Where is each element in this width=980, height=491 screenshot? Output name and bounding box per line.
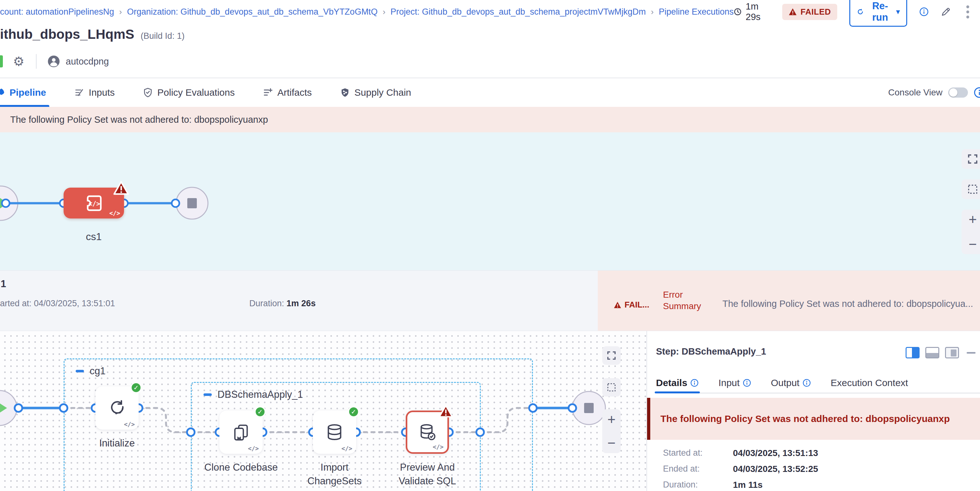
fullscreen-button[interactable] [602, 346, 621, 365]
code-icon: </> [248, 445, 259, 452]
gear-icon[interactable]: ⚙ [13, 54, 24, 69]
supply-chain-shield-icon [340, 87, 350, 98]
step-error-message: The following Policy Set was not adhered… [660, 413, 950, 424]
status-badge-label: FAILED [801, 7, 831, 17]
build-id: (Build Id: 1) [140, 31, 185, 41]
stage-name: 1 [1, 278, 6, 290]
custom-stage-icon: </> [83, 193, 104, 214]
edit-pencil-icon[interactable] [940, 5, 951, 18]
canvas-select-button[interactable] [602, 378, 621, 397]
step-node-preview-validate-sql[interactable]: </> [406, 410, 449, 454]
info-icon[interactable] [974, 87, 980, 98]
divider [36, 54, 37, 69]
info-icon[interactable] [919, 6, 929, 17]
step-node-clone-codebase[interactable]: </> ✓ [220, 410, 262, 454]
started-at-label: Started at: [663, 448, 703, 458]
error-badge-icon [439, 405, 453, 418]
warning-triangle-icon [789, 8, 797, 16]
zoom-in-button[interactable]: + [969, 213, 977, 226]
user-avatar [48, 55, 60, 68]
tab-artifacts[interactable]: Artifacts [262, 78, 312, 107]
layout-modal-icon[interactable] [945, 347, 959, 358]
stage-node-label[interactable]: cs1 [64, 231, 124, 243]
step-node-import-changesets[interactable]: </> ✓ [313, 410, 356, 454]
tab-input[interactable]: Input [718, 373, 751, 393]
breadcrumb-organization[interactable]: Organization: Github_db_devops_aut_db_sc… [127, 7, 377, 17]
error-summary-label: Error Summary [663, 289, 714, 312]
tab-supply-chain[interactable]: Supply Chain [340, 78, 411, 107]
tab-details[interactable]: Details [656, 373, 698, 393]
detail-row-duration: Duration: 1m 11s [663, 480, 698, 490]
database-check-icon [418, 423, 437, 442]
stage-fail-badge: FAIL... [614, 300, 649, 310]
step-error-box: The following Policy Set was not adhered… [647, 398, 980, 440]
breadcrumb-account[interactable]: count: automationPipelinesNg [0, 7, 114, 17]
chevron-down-icon: ▾ [896, 8, 900, 16]
pipeline-execution-page: count: automationPipelinesNg › Organizat… [0, 0, 980, 491]
fullscreen-button[interactable] [962, 149, 980, 169]
stage-graph-canvas[interactable]: </> </> cs1 + − [0, 132, 980, 270]
tab-output-label: Output [771, 377, 799, 388]
stage-fail-badge-label: FAIL... [625, 300, 649, 310]
shield-check-icon [143, 87, 153, 98]
initialize-sync-icon [108, 399, 127, 418]
step-node-label[interactable]: Import ChangeSets [296, 461, 373, 488]
title-row: ithub_dbops_LHqmS (Build Id: 1) [0, 27, 185, 42]
canvas-select-button[interactable] [962, 180, 980, 199]
step-node-label[interactable]: Preview And Validate SQL [389, 461, 466, 488]
tab-execution-context[interactable]: Execution Context [830, 373, 908, 393]
top-bar: count: automationPipelinesNg › Organizat… [0, 0, 980, 24]
breadcrumb-project[interactable]: Project: Github_db_devops_aut_db_schema_… [390, 7, 646, 17]
stage-started-at: arted at: 04/03/2025, 13:51:01 [0, 299, 115, 308]
tab-details-label: Details [656, 377, 687, 388]
zoom-out-button[interactable]: − [969, 237, 977, 251]
tab-supply-chain-label: Supply Chain [355, 87, 411, 98]
stage-node-cs1[interactable]: </> </> [64, 188, 124, 218]
execution-duration-value: 1m 29s [746, 1, 770, 22]
zoom-controls: + − [602, 409, 621, 453]
tab-inputs-label: Inputs [89, 87, 115, 98]
minimize-panel-icon[interactable] [967, 352, 975, 354]
tab-inputs[interactable]: Inputs [74, 78, 115, 107]
layout-bottom-drawer-icon[interactable] [925, 347, 939, 358]
stage-graph-connectors [0, 132, 980, 270]
error-badge-icon [113, 181, 129, 195]
more-options-menu-icon[interactable] [963, 4, 972, 20]
step-node-label[interactable]: Initialize [79, 437, 155, 450]
zoom-out-button[interactable]: − [607, 436, 616, 450]
stage-duration-value: 1m 26s [286, 299, 316, 308]
stage-duration: Duration: 1m 26s [249, 299, 316, 308]
code-icon: </> [110, 210, 120, 216]
execution-duration: 1m 29s [733, 1, 770, 22]
error-summary-message: The following Policy Set was not adhered… [722, 299, 980, 309]
code-icon: </> [342, 445, 352, 452]
refresh-icon [857, 7, 864, 16]
zoom-in-button[interactable]: + [607, 412, 616, 426]
execution-detail-section: cg1 DBSchemaApply_1 [0, 331, 980, 491]
page-title: ithub_dbops_LHqmS [0, 27, 134, 42]
info-icon [803, 379, 811, 387]
policy-violation-banner-text: The following Policy Set was not adhered… [10, 114, 268, 125]
step-node-initialize[interactable]: </> ✓ [95, 386, 138, 430]
tab-execution-context-label: Execution Context [830, 377, 908, 388]
step-panel-title: Step: DBSchemaApply_1 [656, 346, 766, 357]
tag-icon [0, 55, 3, 67]
layout-right-drawer-icon[interactable] [905, 347, 920, 358]
rerun-button[interactable]: Re-run ▾ [849, 0, 907, 27]
tab-pipeline[interactable]: Pipeline [0, 78, 46, 107]
info-icon [690, 379, 698, 387]
step-node-label[interactable]: Clone Codebase [203, 461, 279, 475]
code-icon: </> [124, 421, 135, 428]
step-graph-canvas[interactable]: cg1 DBSchemaApply_1 [0, 331, 646, 491]
clock-icon [733, 7, 742, 17]
tab-input-label: Input [718, 377, 740, 388]
breadcrumb-separator: › [119, 7, 122, 17]
console-view-toggle[interactable] [948, 87, 968, 98]
breadcrumb-separator: › [382, 7, 385, 17]
tab-output[interactable]: Output [771, 373, 811, 393]
inputs-icon [74, 87, 84, 98]
success-badge-icon: ✓ [255, 406, 266, 418]
breadcrumb-pipeline-executions[interactable]: Pipeline Executions [659, 7, 734, 17]
tab-policy-evaluations[interactable]: Policy Evaluations [143, 78, 235, 107]
console-view-label: Console View [888, 87, 942, 98]
